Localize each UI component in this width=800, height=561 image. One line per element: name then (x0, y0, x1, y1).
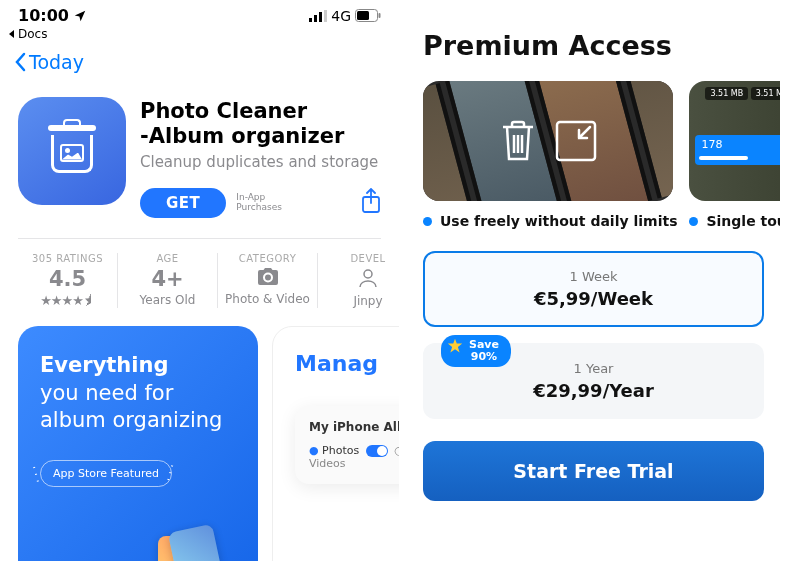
plan-price: €29,99/Year (441, 380, 746, 401)
time: 10:00 (18, 6, 69, 25)
status-bar: 10:00 4G (0, 0, 399, 27)
location-icon (73, 9, 87, 23)
share-icon (361, 188, 381, 214)
iap-label: In-AppPurchases (236, 193, 282, 213)
back-today[interactable]: Today (0, 41, 399, 83)
screenshot-1: Everythingyou need foralbum organizing A… (18, 326, 258, 561)
camera-icon (257, 268, 279, 286)
features-row[interactable]: Use freely without daily limits 3.51 MB … (407, 81, 780, 251)
chevron-left-icon (14, 52, 27, 72)
app-subtitle: Cleanup duplicates and storage (140, 153, 381, 171)
svg-rect-5 (357, 11, 369, 20)
age-cell: AGE 4+ Years Old (118, 253, 218, 308)
signal-icon (309, 10, 327, 22)
plan-price: €5,99/Week (441, 288, 746, 309)
developer-cell: DEVEL Jinpy (318, 253, 399, 308)
svg-rect-6 (379, 13, 381, 18)
app-header: Photo Cleaner-Album organizer Cleanup du… (0, 83, 399, 238)
svg-rect-3 (324, 10, 327, 22)
battery-icon (355, 9, 381, 22)
person-icon (358, 268, 378, 288)
back-triangle-icon (8, 30, 16, 38)
category-cell: CATEGORY Photo & Video (218, 253, 318, 308)
app-title: Photo Cleaner-Album organizer (140, 99, 381, 149)
start-trial-button[interactable]: Start Free Trial (423, 441, 764, 501)
network-label: 4G (331, 8, 351, 24)
save-badge: Save90% (441, 335, 511, 367)
app-icon[interactable] (18, 97, 126, 205)
screenshots-row[interactable]: Everythingyou need foralbum organizing A… (0, 326, 399, 561)
svg-rect-0 (309, 18, 312, 22)
back-label: Docs (18, 27, 47, 41)
svg-rect-2 (319, 12, 322, 22)
plan-year[interactable]: Save90% 1 Year €29,99/Year (423, 343, 764, 419)
compress-icon (554, 119, 598, 163)
back-to-docs[interactable]: Docs (0, 27, 399, 41)
plan-period: 1 Week (441, 269, 746, 284)
svg-rect-1 (314, 15, 317, 22)
share-button[interactable] (361, 188, 381, 218)
premium-title: Premium Access (407, 30, 780, 81)
ratings-cell: 305 RATINGS 4.5 ★★★★⯨ (18, 253, 118, 308)
featured-badge: App Store Featured (40, 460, 172, 487)
feature-2: 3.51 MB 3.51 MB 178 Single touch cl (689, 81, 780, 229)
get-button[interactable]: GET (140, 188, 226, 218)
trash-icon (498, 119, 538, 163)
screenshot-2: Manag My iPhone Album ● Photos ○ Videos (272, 326, 399, 561)
info-row[interactable]: 305 RATINGS 4.5 ★★★★⯨ AGE 4+ Years Old C… (0, 239, 399, 326)
today-label: Today (29, 51, 84, 73)
svg-point-8 (364, 270, 372, 278)
plan-week[interactable]: 1 Week €5,99/Week (423, 251, 764, 327)
feature-1: Use freely without daily limits (423, 81, 677, 229)
